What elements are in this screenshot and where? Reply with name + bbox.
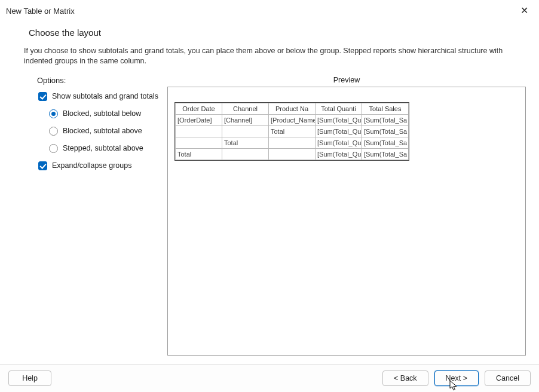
radio-icon [49,109,58,118]
checkbox-label: Show subtotals and grand totals [52,92,158,100]
radio-label: Blocked, subtotal above [63,127,142,135]
cell: [Sum(Total_Sa [362,114,409,125]
next-button[interactable]: Next > [434,370,479,386]
cell [176,125,222,137]
cell: [Sum(Total_Sa [362,125,409,137]
cell: [Sum(Total_Sa [362,137,409,148]
checkbox-icon [38,161,47,170]
options-label: Options: [37,76,167,85]
cell: [Sum(Total_Qu [316,137,362,148]
radio-label: Blocked, subtotal below [63,109,141,118]
back-button[interactable]: < Back [382,370,428,386]
table-header-row: Order Date Channel Product Na Total Quan… [176,103,409,114]
cell [176,137,222,148]
col-header: Product Na [269,103,316,114]
page-heading: Choose the layout [0,19,539,46]
col-header: Channel [222,103,269,114]
col-header: Total Quanti [316,103,362,114]
cancel-button[interactable]: Cancel [485,370,531,386]
cell [222,125,269,137]
radio-blocked-below[interactable]: Blocked, subtotal below [49,109,167,118]
cell: [Sum(Total_Qu [316,125,362,137]
cell: [Sum(Total_Sa [362,148,409,160]
cell: Total [222,137,269,148]
cell: [Sum(Total_Qu [316,114,362,125]
radio-icon [49,144,58,153]
cell: [Product_Name] [269,114,316,125]
checkbox-show-totals[interactable]: Show subtotals and grand totals [38,92,167,101]
window-title: New Table or Matrix [6,7,75,16]
preview-pane: Order Date Channel Product Na Total Quan… [167,87,526,356]
col-header: Order Date [176,103,222,114]
preview-table: Order Date Channel Product Na Total Quan… [175,103,409,160]
cell: [Sum(Total_Qu [316,148,362,160]
cell [222,148,269,160]
radio-label: Stepped, subtotal above [63,144,143,152]
radio-stepped-above[interactable]: Stepped, subtotal above [49,144,167,153]
preview-label: Preview [167,76,526,84]
help-button[interactable]: Help [8,370,51,386]
page-description: If you choose to show subtotals and gran… [0,46,539,76]
checkbox-expand-collapse[interactable]: Expand/collapse groups [38,161,167,170]
cell: [OrderDate] [176,114,222,125]
wizard-footer: Help < Back Next > Cancel [0,364,539,392]
radio-blocked-above[interactable]: Blocked, subtotal above [49,127,167,136]
checkbox-label: Expand/collapse groups [52,161,131,170]
col-header: Total Sales [362,103,409,114]
cell: Total [176,148,222,160]
table-row: [OrderDate] [Channel] [Product_Name] [Su… [176,114,409,125]
cell: Total [269,125,316,137]
table-row: Total [Sum(Total_Qu [Sum(Total_Sa [176,125,409,137]
checkbox-icon [38,92,47,101]
table-row: Total [Sum(Total_Qu [Sum(Total_Sa [176,137,409,148]
table-row: Total [Sum(Total_Qu [Sum(Total_Sa [176,148,409,160]
cell: [Channel] [222,114,269,125]
cell [269,148,316,160]
cell [269,137,316,148]
close-icon[interactable]: ✕ [517,5,532,17]
radio-icon [49,127,58,136]
